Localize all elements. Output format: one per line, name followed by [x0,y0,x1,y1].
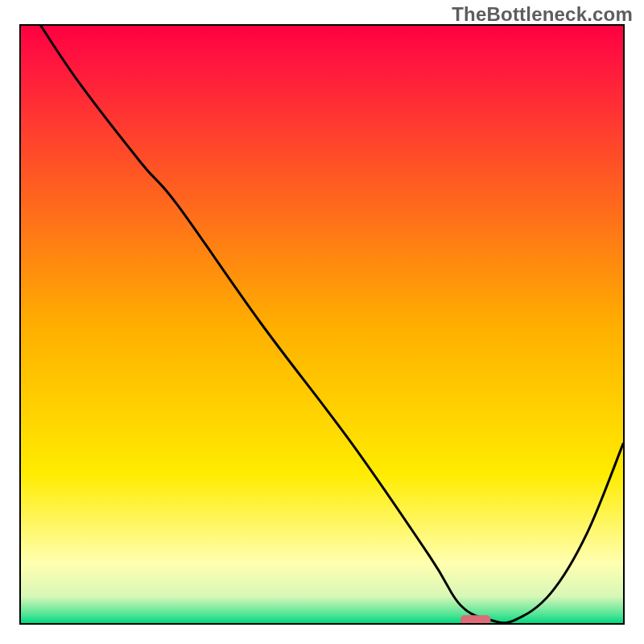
watermark-text: TheBottleneck.com [452,3,633,26]
chart-canvas: TheBottleneck.com [0,0,644,644]
chart-border [19,24,625,625]
